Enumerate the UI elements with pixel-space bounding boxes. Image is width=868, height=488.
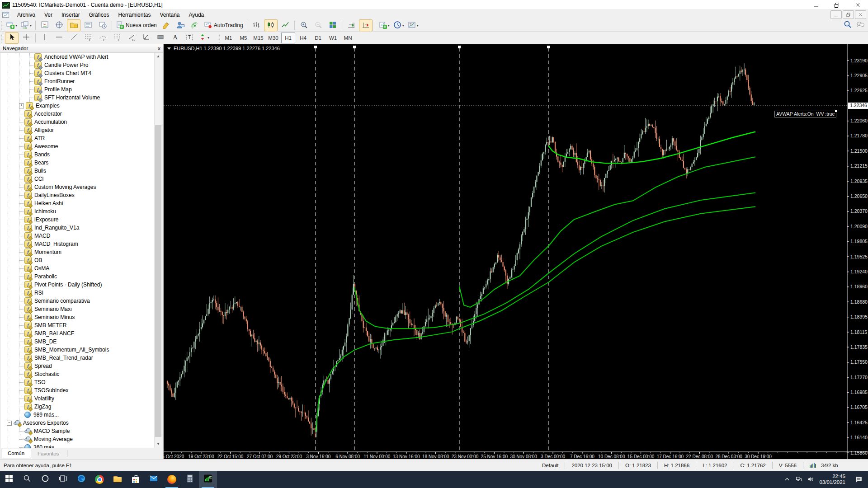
nav-item-parabolic[interactable]: fParabolic — [1, 272, 155, 281]
trend-line-button[interactable] — [67, 32, 80, 44]
fibo-channel-button[interactable]: F — [96, 32, 109, 44]
nav-item-accelerator[interactable]: fAccelerator — [1, 110, 155, 118]
community-icon[interactable] — [856, 20, 864, 30]
toolbar-grip[interactable] — [217, 33, 220, 42]
experts-button[interactable] — [174, 19, 187, 31]
templates-button[interactable]: ▾ — [406, 19, 420, 31]
gann-line-button[interactable]: G — [125, 32, 138, 44]
scroll-down-icon[interactable]: ▼ — [155, 441, 162, 448]
nav-item-alligator[interactable]: fAlligator — [1, 126, 155, 134]
navigator-tab-comn[interactable]: Común — [1, 449, 31, 458]
dropdown-arrow-icon[interactable]: ▾ — [402, 23, 404, 28]
periods-button[interactable]: ▾ — [392, 19, 406, 31]
crosshair-button[interactable] — [19, 32, 33, 44]
chart-window[interactable]: 1.231901.229051.226251.223461.220601.217… — [164, 44, 868, 459]
nav-item-clusters-chart-mt4[interactable]: fClusters Chart MT4 — [1, 69, 155, 77]
avwap-alert-label[interactable]: AVWAP Alerts:On WV :true — [774, 111, 836, 117]
nav-item-heiken-ashi[interactable]: fHeiken Ashi — [1, 199, 155, 207]
timeframe-m5-button[interactable]: M5 — [236, 33, 250, 43]
menu-gráficos[interactable]: Gráficos — [85, 11, 114, 19]
chart-shift-button[interactable] — [359, 19, 373, 31]
mdi-close-button[interactable] — [855, 10, 866, 19]
line-chart-button[interactable] — [278, 19, 292, 31]
status-profile[interactable]: Default — [536, 462, 565, 469]
restore-button[interactable] — [826, 0, 847, 10]
profiles-button[interactable]: ▾ — [19, 19, 33, 31]
nav-item-tso[interactable]: fTSO — [1, 378, 155, 386]
label-tool-button[interactable]: T — [183, 32, 196, 44]
metaeditor-button[interactable] — [159, 19, 173, 31]
nav-item-profile-map[interactable]: fProfile Map — [1, 85, 155, 94]
volume-icon[interactable] — [805, 471, 816, 488]
autotrading-button[interactable]: AutoTrading — [203, 19, 245, 31]
strategy-tester-button[interactable] — [96, 19, 109, 31]
timeframe-m30-button[interactable]: M30 — [266, 33, 280, 43]
nav-item-tsosubindex[interactable]: fTSOSubIndex — [1, 386, 155, 394]
nav-item-candle-power-pro[interactable]: fCandle Power Pro — [1, 61, 155, 69]
nav-item-stochastic[interactable]: fStochastic — [1, 370, 155, 378]
auto-scroll-button[interactable] — [344, 19, 358, 31]
taskbar-store-button[interactable] — [127, 471, 145, 488]
fibo-timezones-button[interactable]: F — [110, 32, 124, 44]
tree-expand-icon[interactable]: + — [19, 103, 24, 108]
terminal-button[interactable] — [81, 19, 95, 31]
taskbar-start-button[interactable] — [0, 471, 18, 488]
angle-tool-button[interactable] — [139, 32, 153, 44]
nav-item-seminario-minus[interactable]: fSeminario Minus — [1, 313, 155, 321]
nav-item-ichimoku[interactable]: fIchimoku — [1, 207, 155, 216]
navigator-scrollbar[interactable]: ▲ ▼ — [154, 53, 162, 448]
nav-item-anchored-vwap-with-alert[interactable]: fAnchored VWAP with Alert — [1, 53, 155, 61]
tree-expand-icon[interactable]: − — [7, 421, 12, 426]
bars-chart-button[interactable] — [250, 19, 263, 31]
nav-item-awesome[interactable]: fAwesome — [1, 142, 155, 150]
nav-item-ind-ranguito-v1a[interactable]: fInd_Ranguito_V1a — [1, 224, 155, 232]
navigator-close-icon[interactable]: x — [158, 46, 160, 51]
timeframe-w1-button[interactable]: W1 — [326, 33, 340, 43]
nav-item-pivot-points-daily-shifted-[interactable]: fPivot Points - Daily (Shifted) — [1, 281, 155, 289]
mdi-minimize-button[interactable] — [830, 10, 842, 19]
tile-windows-button[interactable] — [326, 19, 340, 31]
menu-ventana[interactable]: Ventana — [155, 11, 184, 19]
timeframe-h4-button[interactable]: H4 — [296, 33, 310, 43]
nav-item-smb-balance[interactable]: fSMB_BALANCE — [1, 329, 155, 338]
taskbar-mail-button[interactable] — [145, 471, 163, 488]
nav-item-moving-average[interactable]: Moving Average — [1, 435, 155, 443]
navigator-button[interactable] — [67, 19, 80, 31]
taskbar-search-button[interactable] — [18, 471, 36, 488]
menu-archivo[interactable]: Archivo — [13, 11, 40, 19]
dropdown-arrow-icon[interactable]: ▾ — [417, 23, 419, 28]
nav-item-custom-moving-averages[interactable]: fCustom Moving Averages — [1, 183, 155, 191]
nav-item-macd[interactable]: fMACD — [1, 232, 155, 240]
tray-chevron-icon[interactable] — [781, 471, 793, 488]
nav-item-frontrunner[interactable]: fFrontRunner — [1, 77, 155, 85]
nav-item-iexposure[interactable]: fiExposure — [1, 216, 155, 224]
menu-insertar[interactable]: Insertar — [57, 11, 85, 19]
dropdown-arrow-icon[interactable]: ▾ — [208, 36, 209, 40]
indicators-button[interactable]: ▾ — [377, 19, 391, 31]
nav-item-osma[interactable]: fOsMA — [1, 264, 155, 272]
navigator-header[interactable]: Navegador x — [0, 44, 163, 53]
toolbar-grip[interactable] — [1, 21, 3, 30]
nav-item-ob[interactable]: fOB — [1, 256, 155, 264]
cursor-button[interactable] — [5, 32, 19, 44]
new-chart-button[interactable]: ▾ — [5, 19, 19, 31]
timeframe-d1-button[interactable]: D1 — [311, 33, 325, 43]
new-order-button[interactable]: Nueva orden — [114, 19, 158, 31]
network-icon[interactable] — [793, 471, 805, 488]
candle-chart-button[interactable] — [264, 19, 278, 31]
menu-herramientas[interactable]: Herramientas — [113, 11, 155, 19]
nav-item-smb-meter[interactable]: fSMB METER — [1, 321, 155, 329]
nav-item-seminario-maxi[interactable]: fSeminario Maxi — [1, 305, 155, 313]
nav-item-spread[interactable]: fSpread — [1, 362, 155, 370]
scrollbar-thumb[interactable] — [155, 125, 161, 437]
zoom-in-button[interactable] — [297, 19, 311, 31]
taskbar-cortana-button[interactable] — [36, 471, 54, 488]
nav-item-smb-real-trend-radar[interactable]: fSMB_Real_Trend_radar — [1, 354, 155, 362]
nav-item-macd-histogram[interactable]: fMACD_Histogram — [1, 240, 155, 248]
taskbar-clock[interactable]: 22:45 03/01/2021 — [816, 474, 850, 485]
dropdown-arrow-icon[interactable]: ▾ — [30, 23, 32, 28]
rectangle-tool-button[interactable] — [154, 32, 167, 44]
fibo-retracement-button[interactable]: F — [81, 32, 95, 44]
nav-item-atr[interactable]: fATR — [1, 134, 155, 142]
vertical-line-button[interactable] — [38, 32, 52, 44]
